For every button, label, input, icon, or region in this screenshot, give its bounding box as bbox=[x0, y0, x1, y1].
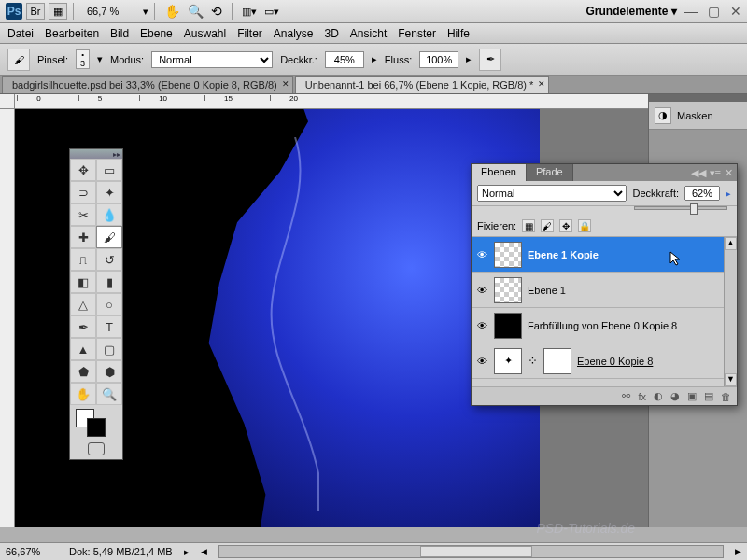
layer-row[interactable]: 👁 Schein nach außen von Ebene... bbox=[472, 379, 724, 386]
zoom-tool[interactable]: 🔍 bbox=[96, 383, 122, 405]
trash-icon[interactable]: 🗑 bbox=[721, 391, 731, 402]
close-tab-icon[interactable]: ✕ bbox=[282, 79, 289, 89]
layer-row[interactable]: 👁 Farbfüllung von Ebene 0 Kopie 8 bbox=[472, 308, 724, 343]
menu-datei[interactable]: Datei bbox=[7, 27, 34, 40]
menu-auswahl[interactable]: Auswahl bbox=[184, 27, 226, 40]
screen-mode-icon[interactable]: ▭▾ bbox=[264, 6, 279, 18]
bridge-button[interactable]: Br bbox=[26, 3, 45, 20]
zoom-percent-field[interactable]: 66,67% bbox=[6, 546, 58, 557]
maximize-icon[interactable]: ▢ bbox=[708, 4, 720, 19]
layout-button[interactable]: ▦ bbox=[49, 3, 67, 20]
hand-tool[interactable]: ✋ bbox=[70, 383, 96, 405]
stamp-tool[interactable]: ⎍ bbox=[70, 248, 96, 271]
workspace-switcher[interactable]: Grundelemente ▾ bbox=[586, 5, 677, 18]
lock-transparent-icon[interactable]: ▦ bbox=[522, 219, 535, 232]
eraser-tool[interactable]: ◧ bbox=[70, 271, 96, 293]
menu-bild[interactable]: Bild bbox=[110, 27, 129, 40]
add-mask-icon[interactable]: ◐ bbox=[654, 390, 663, 402]
panel-menu-icon[interactable]: ▾≡ bbox=[710, 167, 721, 179]
doc-tab-0[interactable]: badgirlsilhouette.psd bei 33,3% (Ebene 0… bbox=[2, 76, 293, 93]
brush-size-picker[interactable]: •3 bbox=[76, 49, 90, 69]
3d-camera-tool[interactable]: ⬢ bbox=[96, 360, 122, 383]
color-swatches[interactable] bbox=[70, 405, 122, 439]
quick-mask-toggle[interactable] bbox=[88, 442, 105, 455]
layer-row[interactable]: 👁 Ebene 1 bbox=[472, 273, 724, 308]
panel-collapse-icon[interactable]: ◀◀ bbox=[691, 167, 706, 179]
airbrush-icon[interactable]: ✒ bbox=[479, 49, 501, 71]
background-color[interactable] bbox=[87, 418, 106, 437]
visibility-icon[interactable]: 👁 bbox=[475, 249, 488, 260]
lock-position-icon[interactable]: ✥ bbox=[559, 219, 572, 232]
menu-filter[interactable]: Filter bbox=[237, 27, 262, 40]
window-controls[interactable]: — ▢ ✕ bbox=[677, 4, 741, 19]
lock-pixels-icon[interactable]: 🖌 bbox=[541, 219, 554, 232]
menu-bearbeiten[interactable]: Bearbeiten bbox=[45, 27, 99, 40]
gradient-tool[interactable]: ▮ bbox=[96, 271, 122, 293]
layer-thumb[interactable]: ✦ bbox=[494, 348, 522, 374]
lasso-tool[interactable]: ⊃ bbox=[70, 181, 96, 203]
layer-row[interactable]: 👁 ✦ ⁘ Ebene 0 Kopie 8 bbox=[472, 343, 724, 379]
close-tab-icon[interactable]: ✕ bbox=[538, 79, 545, 89]
move-tool[interactable]: ✥ bbox=[70, 159, 96, 181]
tab-ebenen[interactable]: Ebenen bbox=[472, 164, 527, 181]
new-layer-icon[interactable]: ▤ bbox=[704, 390, 713, 402]
eyedropper-tool[interactable]: 💧 bbox=[96, 203, 122, 226]
crop-tool[interactable]: ✂ bbox=[70, 203, 96, 226]
opacity-flyout-icon[interactable]: ▸ bbox=[726, 188, 731, 200]
adjustment-icon[interactable]: ◕ bbox=[670, 390, 680, 402]
ruler-origin[interactable] bbox=[0, 94, 15, 109]
opacity-slider[interactable] bbox=[634, 206, 727, 210]
opacity-input[interactable] bbox=[325, 51, 364, 68]
blur-tool[interactable]: △ bbox=[70, 293, 96, 315]
hand-tool-icon[interactable]: ✋ bbox=[164, 4, 180, 19]
masks-panel-collapsed[interactable]: ◑ Masken bbox=[649, 102, 747, 130]
layer-name[interactable]: Ebene 0 Kopie 8 bbox=[577, 356, 653, 367]
rotate-view-icon[interactable]: ⟲ bbox=[211, 4, 222, 19]
layers-scrollbar[interactable]: ▲▼ bbox=[724, 237, 737, 386]
tab-pfade[interactable]: Pfade bbox=[527, 164, 573, 181]
shape-tool[interactable]: ▢ bbox=[96, 338, 122, 360]
menu-analyse[interactable]: Analyse bbox=[274, 27, 314, 40]
menu-fenster[interactable]: Fenster bbox=[398, 27, 436, 40]
brush-tool-preset-icon[interactable]: 🖌 bbox=[7, 49, 30, 71]
layer-name[interactable]: Ebene 1 Kopie bbox=[528, 249, 599, 260]
dodge-tool[interactable]: ○ bbox=[96, 293, 122, 315]
brush-tool[interactable]: 🖌 bbox=[96, 226, 122, 248]
menu-ebene[interactable]: Ebene bbox=[140, 27, 173, 40]
3d-tool[interactable]: ⬟ bbox=[70, 360, 96, 383]
layer-row[interactable]: 👁 Ebene 1 Kopie bbox=[472, 237, 724, 273]
type-tool[interactable]: T bbox=[96, 315, 122, 338]
minimize-icon[interactable]: — bbox=[684, 4, 698, 19]
visibility-icon[interactable]: 👁 bbox=[475, 320, 488, 331]
flow-input[interactable] bbox=[419, 51, 458, 68]
pen-tool[interactable]: ✒ bbox=[70, 315, 96, 338]
toolbox-collapse-icon[interactable]: ▸▸ bbox=[113, 150, 120, 159]
group-icon[interactable]: ▣ bbox=[687, 390, 697, 402]
visibility-icon[interactable]: 👁 bbox=[475, 285, 488, 296]
zoom-level-dropdown[interactable]: 66,7 % bbox=[87, 6, 143, 17]
layer-name[interactable]: Ebene 1 bbox=[528, 285, 566, 296]
panel-close-icon[interactable]: ✕ bbox=[725, 167, 733, 179]
ruler-vertical[interactable] bbox=[0, 109, 15, 527]
horizontal-scrollbar[interactable] bbox=[218, 545, 724, 558]
layer-thumb[interactable] bbox=[494, 277, 522, 303]
arrange-docs-icon[interactable]: ▥▾ bbox=[242, 6, 257, 18]
lock-all-icon[interactable]: 🔒 bbox=[578, 219, 591, 232]
marquee-tool[interactable]: ▭ bbox=[96, 159, 122, 181]
layer-name[interactable]: Farbfüllung von Ebene 0 Kopie 8 bbox=[528, 320, 677, 331]
visibility-icon[interactable]: 👁 bbox=[475, 356, 488, 367]
zoom-tool-icon[interactable]: 🔍 bbox=[188, 4, 204, 19]
menu-3d[interactable]: 3D bbox=[325, 27, 339, 40]
ruler-horizontal[interactable]: 05101520 bbox=[15, 94, 648, 109]
healing-tool[interactable]: ✚ bbox=[70, 226, 96, 248]
menu-ansicht[interactable]: Ansicht bbox=[350, 27, 387, 40]
layer-blend-mode-select[interactable]: Normal bbox=[477, 185, 627, 202]
fx-icon[interactable]: fx bbox=[638, 391, 646, 402]
layer-thumb[interactable] bbox=[494, 242, 522, 268]
quick-select-tool[interactable]: ✦ bbox=[96, 181, 122, 203]
blend-mode-select[interactable]: Normal bbox=[151, 51, 273, 68]
layer-thumb[interactable] bbox=[494, 313, 522, 339]
close-icon[interactable]: ✕ bbox=[730, 4, 741, 19]
history-brush-tool[interactable]: ↺ bbox=[96, 248, 122, 271]
doc-tab-1[interactable]: Unbenannt-1 bei 66,7% (Ebene 1 Kopie, RG… bbox=[295, 76, 550, 93]
